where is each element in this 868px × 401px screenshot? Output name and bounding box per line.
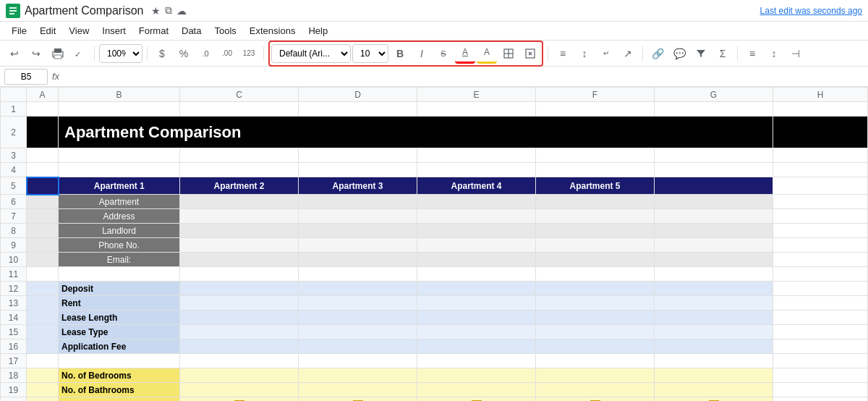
col-header-h[interactable]: H [773, 88, 868, 102]
cell-e18[interactable] [417, 368, 536, 383]
cell-d17[interactable] [299, 354, 417, 368]
cell-h19[interactable] [773, 383, 868, 397]
cell-d7[interactable] [299, 209, 417, 224]
cell-d5-header[interactable]: Apartment 3 [299, 177, 417, 195]
cell-e6[interactable] [417, 195, 536, 209]
col-header-c[interactable]: C [180, 88, 299, 102]
spreadsheet-title[interactable]: Apartment Comparison [59, 117, 773, 148]
cell-f6[interactable] [536, 195, 655, 209]
cell-f16[interactable] [536, 339, 655, 354]
cell-g11[interactable] [655, 267, 773, 282]
cell-f5-header[interactable]: Apartment 5 [536, 177, 655, 195]
cell-c13[interactable] [180, 296, 299, 311]
cell-g13[interactable] [655, 296, 773, 311]
font-family-select[interactable]: Default (Ari... [271, 44, 351, 63]
cell-c7[interactable] [180, 209, 299, 224]
cell-c14[interactable] [180, 311, 299, 325]
cell-h11[interactable] [773, 267, 868, 282]
cell-a2[interactable] [27, 117, 59, 148]
link-button[interactable]: 🔗 [647, 43, 668, 64]
menu-edit[interactable]: Edit [34, 24, 61, 38]
cell-e15[interactable] [417, 325, 536, 339]
cell-e13[interactable] [417, 296, 536, 311]
cell-c4[interactable] [180, 163, 299, 177]
cell-a3[interactable] [27, 148, 59, 163]
cell-a1[interactable] [27, 102, 59, 117]
cell-b9[interactable]: Phone No. [59, 238, 180, 253]
menu-help[interactable]: Help [302, 24, 333, 38]
cell-g17[interactable] [655, 354, 773, 368]
cell-h15[interactable] [773, 325, 868, 339]
cell-d19[interactable] [299, 383, 417, 397]
cell-b19[interactable]: No. of Bathrooms [59, 383, 180, 397]
cell-h1[interactable] [773, 102, 868, 117]
cell-d10[interactable] [299, 253, 417, 267]
wrap-button[interactable]: ↵ [596, 43, 616, 64]
star-icon[interactable]: ★ [151, 5, 161, 17]
menu-data[interactable]: Data [176, 24, 207, 38]
cell-c16[interactable] [180, 339, 299, 354]
cell-a6[interactable] [27, 195, 59, 209]
cell-a18[interactable] [27, 368, 59, 383]
zoom-select[interactable]: 100% [99, 44, 142, 63]
cell-c15[interactable] [180, 325, 299, 339]
menu-format[interactable]: Format [133, 24, 174, 38]
cell-c1[interactable] [180, 102, 299, 117]
cell-b6[interactable]: Apartment [59, 195, 180, 209]
text-color-button[interactable]: A [455, 43, 475, 64]
cell-f17[interactable] [536, 354, 655, 368]
cell-d16[interactable] [299, 339, 417, 354]
print-button[interactable] [48, 43, 68, 64]
cell-g20[interactable] [655, 397, 773, 402]
cell-h12[interactable] [773, 282, 868, 296]
bold-button[interactable]: B [390, 43, 410, 64]
cell-e19[interactable] [417, 383, 536, 397]
cell-a8[interactable] [27, 224, 59, 238]
cell-d14[interactable] [299, 311, 417, 325]
cell-a16[interactable] [27, 339, 59, 354]
cell-d18[interactable] [299, 368, 417, 383]
cell-h13[interactable] [773, 296, 868, 311]
cell-h3[interactable] [773, 148, 868, 163]
font-size-select[interactable]: 10 [352, 44, 388, 63]
cell-c17[interactable] [180, 354, 299, 368]
cell-h10[interactable] [773, 253, 868, 267]
cell-e5-header[interactable]: Apartment 4 [417, 177, 536, 195]
cell-e3[interactable] [417, 148, 536, 163]
cell-c6[interactable] [180, 195, 299, 209]
cell-g8[interactable] [655, 224, 773, 238]
italic-button[interactable]: I [412, 43, 432, 64]
cell-e1[interactable] [417, 102, 536, 117]
cell-a20[interactable] [27, 397, 59, 402]
cell-g9[interactable] [655, 238, 773, 253]
cell-d15[interactable] [299, 325, 417, 339]
cell-g7[interactable] [655, 209, 773, 224]
cell-d4[interactable] [299, 163, 417, 177]
menu-view[interactable]: View [63, 24, 95, 38]
cell-a19[interactable] [27, 383, 59, 397]
cell-d20[interactable] [299, 397, 417, 402]
cell-f8[interactable] [536, 224, 655, 238]
cell-d6[interactable] [299, 195, 417, 209]
cell-b5-header[interactable]: Apartment 1 [59, 177, 180, 195]
strikethrough-button[interactable]: S [433, 43, 454, 64]
cell-f9[interactable] [536, 238, 655, 253]
menu-tools[interactable]: Tools [208, 24, 242, 38]
cell-g19[interactable] [655, 383, 773, 397]
col-header-d[interactable]: D [299, 88, 417, 102]
cell-f1[interactable] [536, 102, 655, 117]
cell-e9[interactable] [417, 238, 536, 253]
cell-h16[interactable] [773, 339, 868, 354]
cell-b10[interactable]: Email: [59, 253, 180, 267]
col-header-a[interactable]: A [27, 88, 59, 102]
cloud-icon[interactable]: ☁ [176, 5, 187, 17]
cell-d3[interactable] [299, 148, 417, 163]
cell-f11[interactable] [536, 267, 655, 282]
cell-f12[interactable] [536, 282, 655, 296]
cell-e14[interactable] [417, 311, 536, 325]
cell-e4[interactable] [417, 163, 536, 177]
cell-h18[interactable] [773, 368, 868, 383]
cell-e20[interactable] [417, 397, 536, 402]
col-header-e[interactable]: E [417, 88, 536, 102]
menu-extensions[interactable]: Extensions [244, 24, 302, 38]
